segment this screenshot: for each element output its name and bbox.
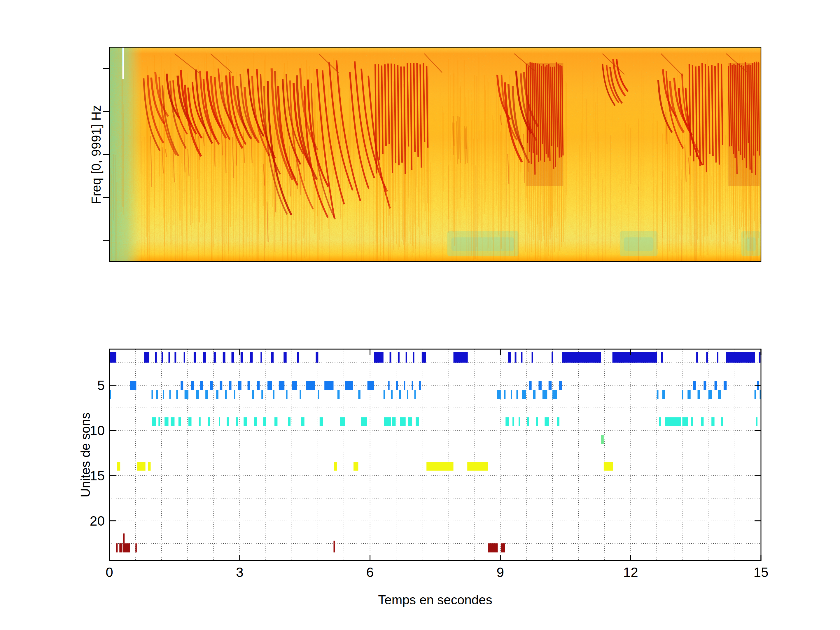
pulse-tail (710, 154, 710, 225)
unit-6-interval (110, 390, 111, 399)
unit-2-interval (261, 352, 262, 363)
unit-2-interval (521, 352, 523, 363)
pulse-tail (706, 172, 707, 256)
unit-9-interval (340, 417, 345, 426)
unit-6-interval (698, 390, 700, 399)
pulse-tail (722, 145, 723, 242)
pulse-tail (425, 142, 425, 211)
pulse-tail (402, 163, 403, 240)
unit-9-interval (392, 417, 396, 426)
unit-6-interval (225, 390, 227, 399)
spectrogram-y-axis-label: Freq [0, 9991] Hz (89, 105, 103, 204)
pulse-tail (557, 147, 558, 227)
unit-6-interval (682, 390, 683, 399)
unit-6-interval (543, 390, 547, 399)
unit-9-interval (199, 417, 201, 426)
unit-6-interval (407, 390, 408, 399)
unit-6-interval (156, 390, 158, 399)
unit-2-interval (249, 352, 253, 363)
unit-23-spike (333, 541, 335, 543)
unit-2-interval (532, 352, 533, 363)
unit-6-interval (533, 390, 535, 399)
unit-9-interval (527, 417, 529, 426)
unit-9-interval (178, 417, 181, 426)
pulse-tail (559, 158, 560, 251)
pulse-tail (697, 157, 697, 240)
x-tick-label: 15 (753, 565, 768, 580)
unit-6-interval (553, 390, 557, 399)
figure-canvas: Freq [0, 9991] Hz 03691215 5101520 Temps… (0, 0, 840, 630)
unit-9-interval (659, 417, 661, 426)
raster-ticks (109, 349, 761, 561)
unit-5-interval (324, 381, 333, 390)
pulse-tail (543, 144, 543, 221)
unit-5-interval (715, 381, 717, 390)
unit-23-interval (501, 543, 505, 553)
pulse-tail (700, 166, 701, 256)
unit-2-interval (613, 352, 657, 363)
unit-9-interval (519, 417, 520, 426)
pulse-tail (748, 143, 749, 239)
unit-6-interval (522, 390, 526, 399)
unit-9-interval (415, 417, 419, 426)
unit-2-interval (232, 352, 234, 363)
unit-9-interval (164, 417, 168, 426)
unit-2-interval (155, 352, 156, 363)
unit-6-interval (709, 390, 712, 399)
unit-2-interval (284, 352, 286, 363)
unit-9-interval (171, 417, 174, 426)
unit-23-interval (135, 543, 136, 553)
spectrogram-plot: Freq [0, 9991] Hz (89, 47, 761, 262)
unit-23-interval (116, 543, 118, 553)
unit-9-interval (711, 417, 714, 426)
unit-5-interval (248, 381, 249, 390)
raster-x-tick-labels: 03691215 (106, 565, 768, 580)
unit-5-interval (306, 381, 315, 390)
unit-9-interval (505, 417, 509, 426)
pulse-tail (379, 160, 380, 256)
unit-2-interval (174, 352, 176, 363)
pulse-tail (754, 155, 755, 221)
x-tick-label: 9 (497, 565, 504, 580)
unit-9-interval (545, 417, 549, 426)
unit-6-interval (755, 390, 756, 399)
unit-9-interval (756, 417, 758, 426)
raster-x-axis-label: Temps en secondes (378, 593, 492, 607)
unit-9-interval (691, 417, 693, 426)
unit-2-interval (194, 352, 196, 363)
pulse-tail (383, 154, 384, 235)
unit-2-interval (162, 352, 163, 363)
unit-9-interval (682, 417, 688, 426)
pulse-tail (550, 161, 551, 228)
unit-6-interval (273, 390, 274, 399)
unit-6-interval (176, 390, 178, 399)
unit-9-interval (219, 417, 220, 426)
pulse-tail (396, 163, 396, 245)
unit-6-interval (338, 390, 339, 399)
unit-2-interval (110, 352, 116, 363)
unit-14-interval (467, 462, 488, 471)
unit-5-interval (538, 381, 542, 390)
unit-9-interval (721, 417, 723, 426)
unit-5-interval (419, 381, 421, 390)
x-tick-label: 3 (236, 565, 243, 580)
unit-6-interval (196, 390, 199, 399)
unit-5-interval (130, 381, 136, 390)
unit-2-interval (453, 352, 468, 363)
unit-2-interval (562, 352, 601, 363)
unit-6-interval (185, 390, 188, 399)
unit-9-interval (254, 417, 257, 426)
unit-5-interval (724, 381, 726, 390)
pulse-tail (741, 155, 741, 227)
unit-6-interval (511, 390, 512, 399)
pulse-tail (537, 155, 538, 224)
unit-2-interval (706, 352, 708, 363)
y-tick-label: 20 (90, 513, 105, 529)
pulse-tail (563, 155, 564, 242)
unit-2-interval (169, 352, 170, 363)
unit-2-interval (223, 352, 226, 363)
unit-6-interval (205, 390, 208, 399)
unit-2-interval (184, 352, 185, 363)
pulse-tail (556, 167, 556, 238)
pulse-tail (746, 168, 747, 259)
